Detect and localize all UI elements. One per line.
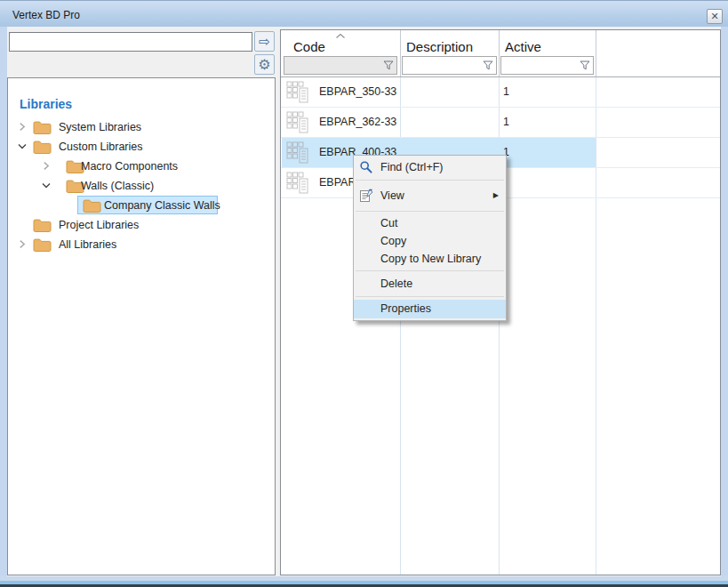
component-icon [286, 141, 309, 165]
menu-item-label: Copy to New Library [380, 253, 481, 265]
menu-separator [356, 211, 504, 212]
column-header-description[interactable]: Description [406, 39, 473, 54]
open-folder-icon [33, 140, 52, 154]
menu-separator [356, 296, 504, 297]
filter-input-active[interactable] [500, 56, 594, 75]
menu-separator [356, 270, 504, 271]
close-button[interactable]: ✕ [707, 9, 723, 24]
column-divider [499, 30, 500, 76]
cell-active: 1 [503, 116, 509, 128]
tree-item-label: System Libraries [59, 121, 141, 133]
table-row[interactable]: EBPAR_362-33 1 [281, 108, 720, 138]
folder-icon [33, 237, 52, 252]
tree-item-project-libraries[interactable]: Project Libraries [8, 215, 275, 235]
menu-item-label: View [380, 189, 404, 202]
tree-item-walls-classic[interactable]: Walls (Classic) [8, 176, 275, 196]
filter-input-code[interactable] [284, 56, 397, 75]
column-header-code[interactable]: Code [293, 39, 325, 54]
cell-code: EBPAR [319, 176, 356, 189]
menu-item-label: Properties [380, 302, 431, 315]
column-divider [400, 30, 401, 76]
filter-input-description[interactable] [402, 56, 497, 75]
menu-item-copy[interactable]: Copy [354, 232, 506, 250]
folder-icon [83, 198, 101, 213]
menu-separator [356, 180, 504, 181]
go-icon[interactable]: ⇨ [254, 31, 275, 52]
tree-item-custom-libraries[interactable]: Custom Libraries [8, 137, 275, 157]
menu-item-label: Cut [380, 217, 397, 229]
menu-item-find[interactable]: Find (Ctrl+F) [354, 157, 506, 177]
folder-icon [33, 218, 52, 232]
component-icon [286, 81, 309, 104]
folder-icon [33, 120, 52, 134]
filter-icon[interactable] [483, 60, 493, 70]
chevron-down-icon[interactable] [18, 141, 27, 151]
tree-item-label: Custom Libraries [59, 141, 142, 153]
chevron-down-icon[interactable] [42, 181, 51, 190]
chevron-right-icon[interactable] [42, 161, 51, 171]
menu-item-properties[interactable]: Properties [354, 300, 506, 318]
cell-code: EBPAR_350-33 [319, 85, 396, 98]
component-icon [286, 172, 309, 195]
magnifier-icon [359, 160, 373, 174]
window-bottom-frame [0, 576, 728, 587]
tree-item-label: All Libraries [59, 238, 116, 251]
menu-item-delete[interactable]: Delete [354, 274, 506, 294]
column-header-active[interactable]: Active [505, 39, 541, 54]
menu-item-label: Copy [380, 235, 406, 247]
tree-item-all-libraries[interactable]: All Libraries [8, 235, 275, 254]
app-window: Vertex BD Pro ✕ ⇨ ⚙ Libraries System Lib… [0, 0, 728, 587]
search-input[interactable] [9, 32, 252, 52]
chevron-right-icon[interactable] [18, 122, 27, 132]
tree-item-label: Walls (Classic) [81, 180, 154, 192]
tree-item-label: Macro Components [81, 160, 178, 173]
menu-item-copy-to-new-library[interactable]: Copy to New Library [354, 250, 506, 268]
sort-asc-icon [335, 33, 346, 39]
tree-item-label: Company Classic Walls [104, 199, 220, 212]
menu-item-label: Delete [380, 277, 412, 290]
tree-item-label: Project Libraries [59, 219, 139, 231]
table-row[interactable]: EBPAR_350-33 1 [281, 77, 720, 108]
gear-icon[interactable]: ⚙ [254, 54, 275, 75]
tree-header: Libraries [20, 97, 72, 111]
libraries-tree-panel: Libraries System Libraries Custom Librar… [7, 77, 276, 575]
menu-item-label: Find (Ctrl+F) [380, 161, 444, 173]
cell-code: EBPAR_362-33 [319, 116, 396, 128]
cell-active: 1 [503, 85, 509, 98]
filter-icon[interactable] [580, 60, 590, 70]
tree-item-macro-components[interactable]: Macro Components [8, 157, 275, 176]
view-icon [359, 189, 373, 203]
chevron-right-icon[interactable] [18, 239, 27, 249]
tree-item-system-libraries[interactable]: System Libraries [8, 117, 275, 137]
window-title: Vertex BD Pro [12, 9, 80, 21]
tree-item-company-classic-walls[interactable]: Company Classic Walls [8, 196, 275, 215]
component-icon [286, 111, 309, 134]
title-bar: Vertex BD Pro ✕ [0, 0, 728, 27]
column-divider [596, 30, 596, 76]
context-menu: Find (Ctrl+F) View ▶ Cut Copy Copy to Ne… [353, 155, 507, 321]
filter-icon[interactable] [383, 60, 394, 70]
menu-item-view[interactable]: View ▶ [354, 183, 506, 208]
menu-item-cut[interactable]: Cut [354, 214, 506, 232]
submenu-arrow-icon: ▶ [493, 183, 499, 208]
